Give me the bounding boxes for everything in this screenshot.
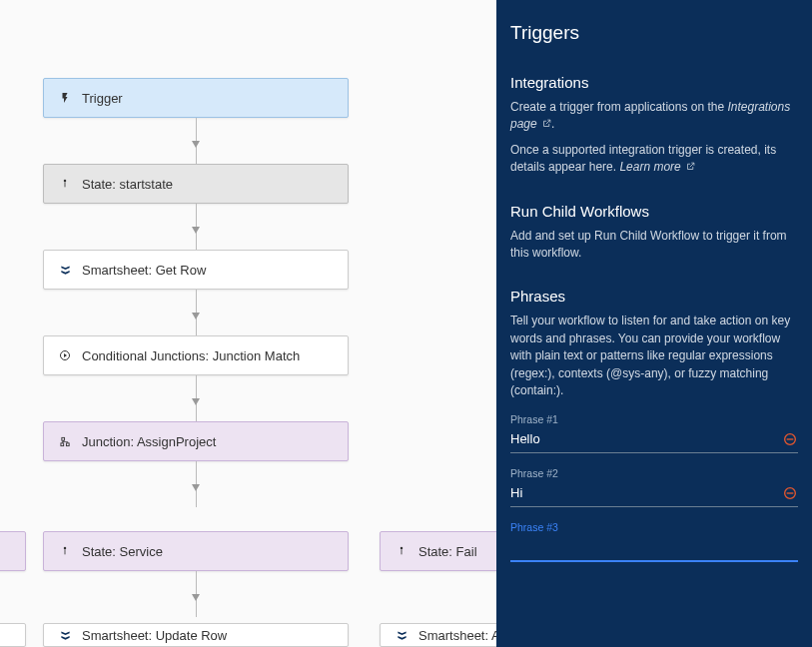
node-smartsheet-get[interactable]: Smartsheet: Get Row xyxy=(43,250,349,290)
node-junction-assign[interactable]: Junction: AssignProject xyxy=(43,421,349,461)
smartsheet-icon xyxy=(58,628,72,642)
phrase-input-1[interactable] xyxy=(510,427,798,453)
svg-rect-3 xyxy=(61,437,64,440)
connector xyxy=(196,571,197,617)
svg-rect-9 xyxy=(65,549,66,554)
node-label: Trigger xyxy=(82,91,123,106)
node-smartsheet-add[interactable]: Smartsheet: Add xyxy=(380,623,496,647)
state-icon xyxy=(58,544,72,558)
phrases-heading: Phrases xyxy=(510,288,798,305)
svg-point-8 xyxy=(64,547,67,550)
node-state-service[interactable]: State: Service xyxy=(43,531,349,571)
phrase-label: Phrase #1 xyxy=(510,413,798,425)
external-link-icon xyxy=(542,116,551,125)
smartsheet-icon xyxy=(58,263,72,277)
phrase-label: Phrase #2 xyxy=(510,467,798,479)
node-bottom-left[interactable] xyxy=(0,623,26,647)
remove-phrase-button[interactable] xyxy=(782,485,798,501)
phrase-row-3: Phrase #3 xyxy=(510,521,798,562)
bolt-icon xyxy=(58,91,72,105)
phrase-input-2[interactable] xyxy=(510,481,798,507)
runchild-heading: Run Child Workflows xyxy=(510,203,798,220)
connector xyxy=(196,204,197,250)
smartsheet-icon xyxy=(395,628,408,642)
runchild-text: Add and set up Run Child Workflow to tri… xyxy=(510,228,798,263)
node-label: State: startstate xyxy=(82,177,173,192)
phrase-row-1: Phrase #1 xyxy=(510,413,798,453)
node-label: Conditional Junctions: Junction Match xyxy=(82,348,300,363)
external-link-icon xyxy=(686,159,695,168)
node-label: Smartsheet: Get Row xyxy=(82,263,206,278)
workflow-canvas[interactable]: Trigger State: startstate Smartsheet: Ge… xyxy=(0,0,496,647)
node-state-left[interactable] xyxy=(0,531,26,571)
triggers-sidebar: Triggers Integrations Create a trigger f… xyxy=(496,0,812,647)
node-conditional-junction[interactable]: Conditional Junctions: Junction Match xyxy=(43,335,349,375)
node-smartsheet-update[interactable]: Smartsheet: Update Row xyxy=(43,623,349,647)
state-icon xyxy=(58,177,72,191)
svg-rect-5 xyxy=(66,442,69,445)
connector xyxy=(196,461,197,507)
integrations-text-2: Once a supported integration trigger is … xyxy=(510,142,798,177)
node-state-start[interactable]: State: startstate xyxy=(43,164,349,204)
connector xyxy=(196,375,197,421)
svg-rect-11 xyxy=(402,549,403,554)
svg-point-0 xyxy=(64,180,67,183)
connector xyxy=(196,290,197,335)
connector xyxy=(196,118,197,164)
node-label: Smartsheet: Update Row xyxy=(82,628,227,643)
node-label: Junction: AssignProject xyxy=(82,434,216,449)
node-label: Smartsheet: Add xyxy=(418,628,496,643)
svg-rect-4 xyxy=(60,442,63,445)
sidebar-title: Triggers xyxy=(510,22,798,44)
node-state-fail[interactable]: State: Fail xyxy=(380,531,496,571)
phrase-label: Phrase #3 xyxy=(510,521,798,533)
junction-icon xyxy=(58,434,72,448)
phrase-input-3[interactable] xyxy=(510,535,798,562)
phrase-row-2: Phrase #2 xyxy=(510,467,798,507)
svg-point-10 xyxy=(401,547,404,550)
phrases-description: Tell your workflow to listen for and tak… xyxy=(510,313,798,399)
node-label: State: Fail xyxy=(418,544,477,559)
svg-rect-1 xyxy=(65,182,66,187)
integrations-heading: Integrations xyxy=(510,74,798,91)
remove-phrase-button[interactable] xyxy=(782,431,798,447)
node-trigger[interactable]: Trigger xyxy=(43,78,349,118)
play-circle-icon xyxy=(58,348,72,362)
integrations-text-1: Create a trigger from applications on th… xyxy=(510,99,798,134)
state-icon xyxy=(395,544,408,558)
learn-more-link[interactable]: Learn more xyxy=(619,160,695,174)
node-label: State: Service xyxy=(82,544,163,559)
